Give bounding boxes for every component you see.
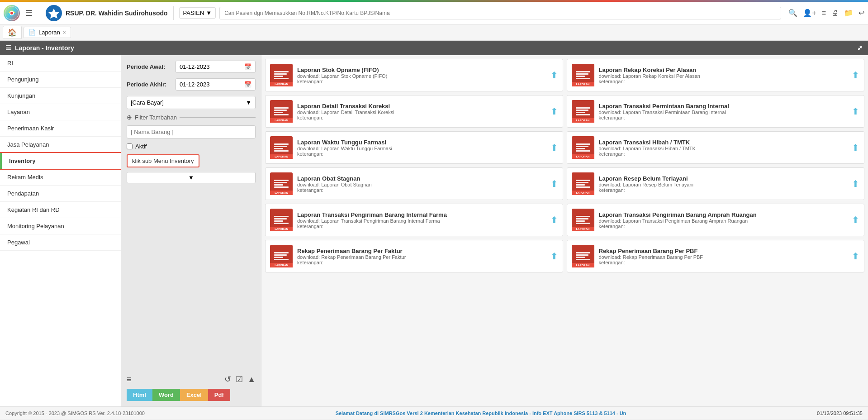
cara-bayar-arrow: ▼ (246, 99, 251, 106)
report-keterangan-6: keterangan: (297, 187, 546, 193)
list-view-icon[interactable]: ≡ (127, 375, 132, 384)
periode-akhir-input[interactable]: 01-12-2023 📅 (175, 78, 256, 91)
report-download-btn-9[interactable]: ⬆ (852, 215, 859, 225)
report-icon-8: LAPORAN (270, 209, 293, 231)
home-tab[interactable]: 🏠 (3, 26, 22, 39)
report-card-7: LAPORAN Laporan Resep Belum Terlayani do… (567, 167, 865, 200)
export-buttons: Html Word Excel Pdf (127, 389, 256, 401)
klik-submenu-box[interactable]: klik sub Menu Inventory (127, 154, 199, 167)
filter-tambahan-row[interactable]: ⊕ Filter Tambahan (127, 114, 256, 121)
report-download-btn-11[interactable]: ⬆ (852, 251, 859, 262)
report-download-btn-6[interactable]: ⬆ (550, 178, 558, 189)
print-icon[interactable]: 🖨 (831, 9, 839, 17)
report-download-btn-0[interactable]: ⬆ (550, 70, 558, 81)
report-download-btn-3[interactable]: ⬆ (852, 106, 859, 117)
report-keterangan-5: keterangan: (599, 151, 848, 157)
sidebar-item-rl[interactable]: RL (0, 55, 121, 72)
report-download-btn-1[interactable]: ⬆ (852, 70, 859, 81)
expand-icon[interactable]: ⤢ (857, 44, 863, 52)
search-icon[interactable]: 🔍 (788, 9, 797, 17)
dropdown-arrow-box[interactable]: ▼ (127, 172, 256, 183)
laporan-tab-icon: 📄 (28, 29, 36, 36)
report-title-10: Rekap Penerimaan Barang Per Faktur (297, 248, 546, 254)
report-title-6: Laporan Obat Stagnan (297, 175, 546, 182)
sidebar-item-pegawai[interactable]: Pegawai (0, 234, 121, 251)
report-title-2: Laporan Detail Transaksi Koreksi (297, 103, 546, 110)
check-icon[interactable]: ☑ (236, 374, 243, 384)
report-download-btn-4[interactable]: ⬆ (550, 142, 558, 153)
pdf-export-button[interactable]: Pdf (208, 389, 230, 401)
up-icon[interactable]: ▲ (247, 375, 256, 384)
left-sidebar: RL Pengunjung Kunjungan Layanan Penerima… (0, 55, 121, 406)
sidebar-item-rekam-medis[interactable]: Rekam Medis (0, 169, 121, 186)
reset-icon[interactable]: ↺ (224, 374, 231, 384)
cara-bayar-label: [Cara Bayar] (131, 99, 164, 106)
periode-awal-input[interactable]: 01-12-2023 📅 (175, 61, 256, 73)
laporan-tab-close[interactable]: × (63, 29, 66, 36)
sidebar-item-inventory[interactable]: Inventory ← (0, 153, 121, 169)
sidebar-item-penerimaan-kasir[interactable]: Penerimaan Kasir (0, 120, 121, 137)
report-title-0: Laporan Stok Opname (FIFO) (297, 67, 546, 73)
klik-submenu-label: klik sub Menu Inventory (132, 158, 194, 164)
sidebar-item-monitoring[interactable]: Monitoring Pelayanan (0, 218, 121, 234)
section-header-left: ☰ Laporan - Inventory (5, 44, 74, 52)
report-icon-2: LAPORAN (270, 100, 293, 123)
report-info-4: Laporan Waktu Tunggu Farmasi download: L… (297, 139, 546, 157)
spacer (127, 188, 256, 366)
report-download-btn-8[interactable]: ⬆ (550, 215, 558, 225)
periode-awal-row: Periode Awal: 01-12-2023 📅 (127, 61, 256, 73)
report-icon-6: LAPORAN (270, 172, 293, 195)
report-info-8: Laporan Transaksi Pengiriman Barang Inte… (297, 211, 546, 229)
pasien-select[interactable]: PASIEN ▼ (179, 7, 216, 19)
report-title-5: Laporan Transaksi Hibah / TMTK (599, 139, 848, 146)
excel-export-button[interactable]: Excel (180, 389, 208, 401)
report-download-0: download: Laporan Stok Opname (FIFO) (297, 73, 546, 79)
tabs-bar: 🏠 📄 Laporan × (0, 24, 868, 41)
sidebar-item-pengunjung[interactable]: Pengunjung (0, 72, 121, 88)
app-logo (4, 5, 20, 21)
report-download-11: download: Rekap Penerimaan Barang Per PB… (599, 254, 848, 260)
hamburger-icon[interactable]: ☰ (24, 6, 34, 20)
calendar-icon-akhir[interactable]: 📅 (244, 81, 251, 88)
report-card-6: LAPORAN Laporan Obat Stagnan download: L… (265, 167, 563, 200)
laporan-tab[interactable]: 📄 Laporan × (24, 27, 71, 38)
patient-search-input[interactable] (219, 7, 781, 19)
report-info-6: Laporan Obat Stagnan download: Laporan O… (297, 175, 546, 193)
report-card-1: LAPORAN Laporan Rekap Koreksi Per Alasan… (567, 59, 865, 91)
calendar-icon-awal[interactable]: 📅 (244, 63, 251, 70)
aktif-checkbox[interactable] (127, 143, 133, 149)
report-download-btn-7[interactable]: ⬆ (852, 178, 859, 189)
report-download-btn-10[interactable]: ⬆ (550, 251, 558, 262)
periode-akhir-label: Periode Akhir: (127, 81, 172, 88)
report-download-1: download: Laporan Rekap Koreksi Per Alas… (599, 73, 848, 79)
middle-panel: Periode Awal: 01-12-2023 📅 Periode Akhir… (121, 55, 261, 406)
word-export-button[interactable]: Word (152, 389, 180, 401)
toolbar-right: ↺ ☑ ▲ (224, 374, 256, 384)
logout-icon[interactable]: ↩ (859, 9, 864, 17)
cara-bayar-select[interactable]: [Cara Bayar] ▼ (127, 96, 256, 109)
report-download-8: download: Laporan Transaksi Pengiriman B… (297, 218, 546, 224)
report-keterangan-4: keterangan: (297, 151, 546, 157)
separator (40, 6, 40, 20)
sidebar-item-jasa-pelayanan[interactable]: Jasa Pelayanan (0, 137, 121, 153)
hospital-name: RSUP. DR. Wahidin Sudirohusodo (66, 10, 168, 17)
report-info-7: Laporan Resep Belum Terlayani download: … (599, 175, 848, 193)
report-keterangan-7: keterangan: (599, 187, 848, 193)
sidebar-item-layanan[interactable]: Layanan (0, 104, 121, 120)
report-download-btn-2[interactable]: ⬆ (550, 106, 558, 117)
sidebar-item-pendapatan[interactable]: Pendapatan (0, 186, 121, 202)
laporan-tab-label: Laporan (38, 29, 60, 36)
report-keterangan-9: keterangan: (599, 224, 848, 229)
add-user-icon[interactable]: 👤+ (803, 9, 816, 17)
html-export-button[interactable]: Html (127, 389, 152, 401)
folder-icon[interactable]: 📁 (844, 9, 853, 17)
report-download-btn-5[interactable]: ⬆ (852, 142, 859, 153)
footer-datetime: 01/12/2023 09:51:35 (817, 410, 863, 416)
report-info-1: Laporan Rekap Koreksi Per Alasan downloa… (599, 67, 848, 84)
sidebar-item-kegiatan-ri-rd[interactable]: Kegiatan RI dan RD (0, 202, 121, 218)
sidebar-item-kunjungan[interactable]: Kunjungan (0, 88, 121, 104)
list-icon[interactable]: ≡ (822, 9, 826, 17)
pasien-label: PASIEN (183, 10, 204, 16)
report-info-0: Laporan Stok Opname (FIFO) download: Lap… (297, 67, 546, 84)
nama-barang-input[interactable] (127, 125, 256, 138)
